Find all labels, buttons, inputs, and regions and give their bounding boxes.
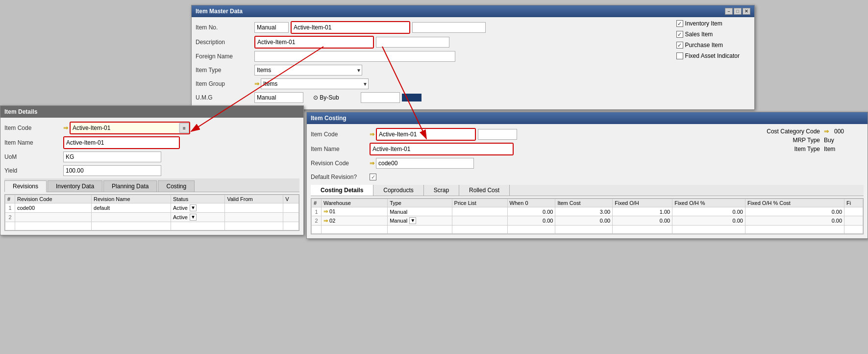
details-item-name-label: Item Name xyxy=(4,139,63,146)
costing-item-name-highlighted xyxy=(370,143,514,155)
costing-default-revision-checkbox[interactable]: ✓ xyxy=(370,174,376,180)
umg-row: U.M.G ⊙ By-Sub xyxy=(196,92,750,103)
row2-valid-from xyxy=(225,213,283,222)
empty-cell xyxy=(283,222,299,230)
item-no-highlighted xyxy=(291,21,410,34)
item-costing-window: Item Costing Item Code ⇒ Item Name xyxy=(306,112,868,239)
item-no-extra-input[interactable] xyxy=(412,22,486,33)
details-uom-label: UoM xyxy=(4,153,63,160)
details-tab-bar: Revisions Inventory Data Planning Data C… xyxy=(4,178,299,192)
row2-status-arrow[interactable]: ▼ xyxy=(190,214,197,221)
costing-col-price-list: Price List xyxy=(452,199,507,207)
item-details-window: Item Details Item Code ⇒ ≡ Item Name UoM… xyxy=(0,105,304,235)
costing-revision-code-row: Revision Code ⇒ xyxy=(311,157,737,169)
minimize-btn[interactable]: – xyxy=(725,8,733,15)
purchase-item-checkbox[interactable]: ✓ xyxy=(676,42,683,49)
item-costing-title: Item Costing xyxy=(311,115,347,122)
costing-col-fixed-oh: Fixed O/H xyxy=(613,199,672,207)
costing-item-name-row: Item Name xyxy=(311,143,737,155)
item-type-label: Item Type xyxy=(196,67,254,74)
costing-row2-fixed-oh-pct: 0.00 xyxy=(672,216,745,226)
costing-row1-when0: 0.00 xyxy=(507,207,555,216)
row1-valid-from xyxy=(225,203,283,213)
costing-row2-type-arrow[interactable]: ▼ xyxy=(409,217,416,224)
item-costing-content: Item Code ⇒ Item Name Revision Code xyxy=(307,124,868,238)
sub-tab-coproducts[interactable]: Coproducts xyxy=(373,185,423,196)
umg-input[interactable] xyxy=(254,92,303,103)
fixed-asset-checkbox[interactable] xyxy=(676,52,683,59)
item-no-mode-input[interactable] xyxy=(254,22,289,33)
costing-col-item-cost: Item Cost xyxy=(555,199,613,207)
row1-num: 1 xyxy=(5,203,15,213)
costing-item-name-input[interactable] xyxy=(371,144,513,154)
row1-v xyxy=(283,203,299,213)
fixed-asset-label: Fixed Asset Indicator xyxy=(685,52,740,59)
details-item-name-input[interactable] xyxy=(64,137,179,148)
costing-left-fields: Item Code ⇒ Item Name Revision Code xyxy=(311,128,737,185)
item-group-select[interactable]: Items xyxy=(261,78,369,89)
item-group-label: Item Group xyxy=(196,80,254,87)
close-btn[interactable]: ✕ xyxy=(743,8,750,15)
details-item-code-btn[interactable]: ≡ xyxy=(179,123,189,133)
item-costing-titlebar: Item Costing xyxy=(307,112,868,124)
table-row: 1 code00 default Active ▼ xyxy=(5,203,299,213)
revisions-table-container: # Revision Code Revision Name Status Val… xyxy=(4,194,299,231)
details-yield-label: Yield xyxy=(4,167,63,174)
costing-row2-fi xyxy=(844,216,863,226)
inventory-item-checkbox[interactable]: ✓ xyxy=(676,20,683,27)
empty xyxy=(452,226,507,234)
sub-tab-scrap[interactable]: Scrap xyxy=(424,185,459,196)
costing-row2-fixed-oh-pct-cost: 0.00 xyxy=(745,216,844,226)
empty-cell xyxy=(225,222,283,230)
description-input[interactable] xyxy=(255,37,373,48)
purchase-item-row: ✓ Purchase Item xyxy=(676,42,740,49)
row2-status: Active ▼ xyxy=(171,213,225,222)
empty xyxy=(672,226,745,234)
tab-planning-data[interactable]: Planning Data xyxy=(103,180,157,192)
description-highlighted xyxy=(254,36,374,49)
row2-num: 2 xyxy=(5,213,15,222)
details-uom-row: UoM xyxy=(4,151,299,163)
item-master-title: Item Master Data xyxy=(196,8,243,15)
costing-col-fixed-oh-pct-cost: Fixed O/H % Cost xyxy=(745,199,844,207)
item-no-value-input[interactable] xyxy=(292,22,409,33)
row2-code xyxy=(15,213,92,222)
col-num: # xyxy=(5,195,15,203)
description-extra-input[interactable] xyxy=(376,37,449,48)
empty xyxy=(555,226,613,234)
item-master-content: Item No. Description Foreign Name Item T… xyxy=(192,17,754,109)
empty-cell xyxy=(15,222,92,230)
details-item-name-row: Item Name xyxy=(4,136,299,149)
maximize-btn[interactable]: □ xyxy=(734,8,742,15)
details-item-code-input[interactable] xyxy=(71,123,178,133)
costing-row1-num: 1 xyxy=(312,207,322,216)
details-yield-input[interactable] xyxy=(63,165,161,176)
costing-item-code-extra[interactable] xyxy=(478,129,517,140)
umg-extra-input[interactable] xyxy=(361,92,400,103)
costing-row2-type: Manual ▼ xyxy=(388,216,452,226)
umg-color-block xyxy=(402,94,422,101)
col-status: Status xyxy=(171,195,225,203)
table-row-empty xyxy=(5,222,299,230)
item-type-select[interactable]: Items xyxy=(254,65,362,76)
sub-tab-costing-details[interactable]: Costing Details xyxy=(311,185,373,196)
empty xyxy=(312,226,322,234)
costing-revision-code-input[interactable] xyxy=(376,158,474,169)
costing-item-code-input[interactable] xyxy=(377,129,475,140)
col-revision-code: Revision Code xyxy=(15,195,92,203)
empty xyxy=(507,226,555,234)
costing-item-type-row: Item Type Item xyxy=(746,146,864,152)
row1-code: code00 xyxy=(15,203,92,213)
item-details-title: Item Details xyxy=(4,108,37,115)
costing-item-code-nav: ⇒ xyxy=(370,131,374,138)
details-uom-input[interactable] xyxy=(63,152,161,162)
tab-inventory-data[interactable]: Inventory Data xyxy=(48,180,102,192)
sales-item-checkbox[interactable]: ✓ xyxy=(676,31,683,38)
row1-status-arrow[interactable]: ▼ xyxy=(190,204,197,211)
tab-costing[interactable]: Costing xyxy=(158,180,195,192)
tab-revisions[interactable]: Revisions xyxy=(4,180,47,192)
costing-row1-price-list xyxy=(452,207,507,216)
item-details-titlebar: Item Details xyxy=(0,106,303,118)
foreign-name-input[interactable] xyxy=(254,51,455,62)
sub-tab-rolled-cost[interactable]: Rolled Cost xyxy=(459,185,510,196)
